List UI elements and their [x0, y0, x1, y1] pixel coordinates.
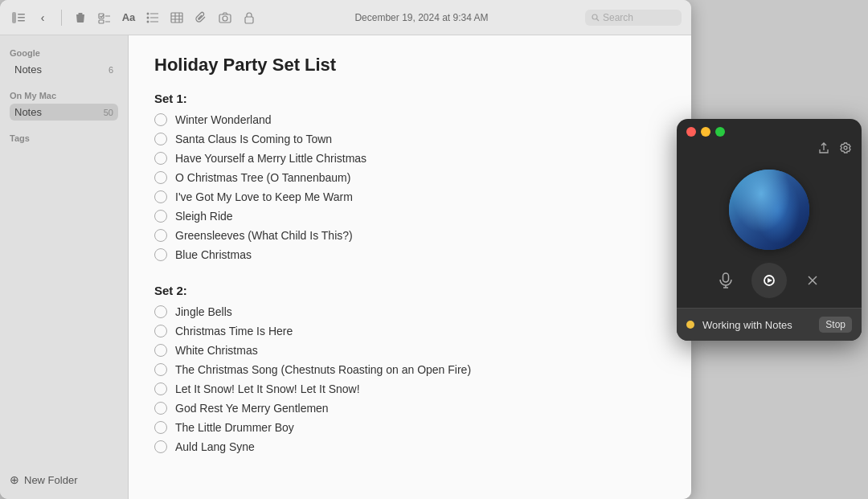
- plus-icon: ⊕: [10, 473, 19, 486]
- list-item: Let It Snow! Let It Snow! Let It Snow!: [154, 382, 665, 395]
- song-checkbox[interactable]: [154, 440, 167, 453]
- working-bar: Working with Notes Stop: [677, 308, 862, 341]
- song-checkbox[interactable]: [154, 305, 167, 318]
- song-name: Santa Claus Is Coming to Town: [175, 133, 332, 145]
- toolbar-separator-1: [61, 10, 62, 26]
- song-name: Have Yourself a Merry Little Christmas: [175, 152, 366, 165]
- mic-button[interactable]: [713, 268, 739, 293]
- svg-point-22: [592, 14, 597, 19]
- player-window: Working with Notes Stop: [677, 119, 862, 341]
- song-checkbox[interactable]: [154, 171, 167, 184]
- song-name: Christmas Time Is Here: [175, 325, 293, 337]
- camera-button[interactable]: [216, 9, 234, 27]
- list-item: The Little Drummer Boy: [154, 421, 665, 434]
- sidebar-item-google-notes[interactable]: Notes 6: [10, 61, 118, 78]
- list-item: Greensleeves (What Child Is This?): [154, 229, 665, 242]
- player-controls: [677, 263, 862, 308]
- svg-rect-1: [18, 14, 25, 15]
- song-checkbox[interactable]: [154, 210, 167, 223]
- list-item: Auld Lang Syne: [154, 440, 665, 453]
- back-button[interactable]: ‹: [34, 9, 51, 27]
- song-checkbox[interactable]: [154, 344, 167, 357]
- song-checkbox[interactable]: [154, 229, 167, 242]
- song-checkbox[interactable]: [154, 325, 167, 337]
- delete-button[interactable]: [72, 9, 89, 27]
- format-button[interactable]: Aa: [120, 9, 137, 27]
- svg-rect-2: [18, 17, 25, 18]
- svg-point-20: [223, 16, 227, 21]
- song-name: Blue Christmas: [175, 248, 252, 261]
- sidebar-toggle-button[interactable]: [10, 9, 27, 27]
- list-item: White Christmas: [154, 344, 665, 357]
- song-name: Let It Snow! Let It Snow! Let It Snow!: [175, 382, 360, 395]
- list-item: Jingle Bells: [154, 305, 665, 318]
- album-art: [729, 170, 809, 250]
- song-checkbox[interactable]: [154, 248, 167, 261]
- list-item: Santa Claus Is Coming to Town: [154, 133, 665, 145]
- checklist-button[interactable]: [96, 9, 113, 27]
- song-checkbox[interactable]: [154, 133, 167, 145]
- player-toolbar: [677, 141, 862, 163]
- svg-line-23: [597, 18, 600, 21]
- notes-body: Google Notes 6 On My Mac Notes 50 Tags ⊕…: [0, 35, 691, 499]
- stop-button[interactable]: Stop: [819, 317, 852, 333]
- table-button[interactable]: [168, 9, 186, 27]
- song-checkbox[interactable]: [154, 421, 167, 434]
- set-gap: [154, 268, 665, 279]
- lock-button[interactable]: [240, 9, 258, 27]
- sidebar-item-badge: 6: [108, 65, 113, 75]
- song-checkbox[interactable]: [154, 190, 167, 203]
- list-item: I've Got My Love to Keep Me Warm: [154, 190, 665, 203]
- set-1-header: Set 1:: [154, 92, 665, 105]
- svg-rect-6: [99, 20, 104, 23]
- song-name: Sleigh Ride: [175, 210, 233, 223]
- minimize-traffic-light[interactable]: [701, 127, 710, 137]
- attach-button[interactable]: [192, 9, 210, 27]
- working-dot: [686, 321, 694, 329]
- song-name: The Little Drummer Boy: [175, 421, 294, 434]
- song-checkbox[interactable]: [154, 382, 167, 395]
- list-button[interactable]: [144, 9, 162, 27]
- note-content: Holiday Party Set List Set 1: Winter Won…: [129, 35, 691, 499]
- play-button[interactable]: [751, 263, 787, 298]
- search-placeholder: Search: [603, 12, 633, 23]
- svg-point-9: [147, 16, 149, 18]
- song-name: Auld Lang Syne: [175, 440, 255, 453]
- song-name: O Christmas Tree (O Tannenbaum): [175, 171, 350, 184]
- song-name: White Christmas: [175, 344, 258, 357]
- sidebar: Google Notes 6 On My Mac Notes 50 Tags ⊕…: [0, 35, 129, 499]
- song-name: Greensleeves (What Child Is This?): [175, 229, 353, 242]
- settings-button[interactable]: [839, 141, 852, 157]
- song-checkbox[interactable]: [154, 113, 167, 126]
- svg-rect-0: [12, 12, 16, 23]
- song-name: The Christmas Song (Chestnuts Roasting o…: [175, 363, 471, 376]
- sidebar-item-badge-mac: 50: [104, 108, 113, 117]
- song-checkbox[interactable]: [154, 152, 167, 165]
- close-traffic-light[interactable]: [686, 127, 696, 137]
- toolbar: ‹ Aa: [0, 0, 691, 35]
- sidebar-item-mac-notes[interactable]: Notes 50: [10, 104, 118, 121]
- new-folder-button[interactable]: ⊕ New Folder: [10, 473, 118, 486]
- svg-point-8: [147, 12, 149, 14]
- note-title: Holiday Party Set List: [154, 55, 665, 76]
- list-item: The Christmas Song (Chestnuts Roasting o…: [154, 363, 665, 376]
- list-item: Have Yourself a Merry Little Christmas: [154, 152, 665, 165]
- list-item: Sleigh Ride: [154, 210, 665, 223]
- sidebar-item-label: Notes: [14, 106, 42, 118]
- album-art-inner: [729, 170, 809, 250]
- search-box[interactable]: Search: [585, 10, 682, 26]
- share-button[interactable]: [818, 141, 829, 157]
- list-item: Christmas Time Is Here: [154, 325, 665, 337]
- song-checkbox[interactable]: [154, 363, 167, 376]
- svg-rect-21: [245, 17, 253, 23]
- song-checkbox[interactable]: [154, 402, 167, 415]
- svg-rect-3: [18, 20, 25, 22]
- close-player-button[interactable]: [800, 268, 825, 293]
- maximize-traffic-light[interactable]: [715, 127, 725, 137]
- working-text: Working with Notes: [702, 319, 811, 331]
- sidebar-tags-title: Tags: [10, 133, 118, 143]
- new-folder-label: New Folder: [24, 474, 77, 486]
- list-item: O Christmas Tree (O Tannenbaum): [154, 171, 665, 184]
- song-name: I've Got My Love to Keep Me Warm: [175, 190, 353, 203]
- song-name: Jingle Bells: [175, 305, 232, 318]
